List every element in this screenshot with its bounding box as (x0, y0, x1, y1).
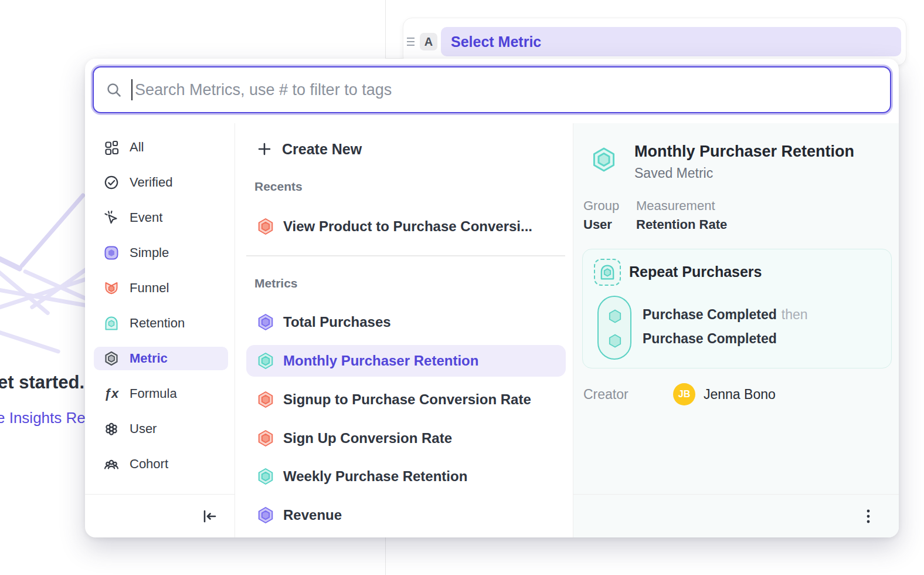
category-sidebar: All Verified (85, 123, 235, 537)
sidebar-item-label: User (130, 421, 157, 437)
simple-hexagon-icon (103, 245, 120, 261)
retention-steps-capsule (597, 296, 631, 360)
sidebar-item-label: Formula (130, 386, 177, 401)
funnel-metric-hexagon-icon (257, 429, 274, 447)
kebab-menu-icon (860, 508, 877, 525)
sidebar-item-label: Metric (130, 351, 168, 366)
simple-metric-hexagon-icon (257, 313, 274, 331)
search-input[interactable]: Search Metrics, use # to filter to tags (93, 66, 891, 113)
list-item-metric[interactable]: Sign Up Conversion Rate (246, 422, 566, 454)
metric-picker-modal: Search Metrics, use # to filter to tags (85, 59, 899, 537)
background-heading-fragment: et started. (0, 372, 84, 393)
metrics-section-label: Metrics (254, 276, 298, 290)
retention-arch-icon (103, 315, 120, 332)
cohort-people-icon (103, 456, 120, 472)
sidebar-footer (85, 494, 235, 537)
retention-metric-hexagon-icon (257, 352, 274, 370)
background-link-fragment[interactable]: e Insights Re (0, 409, 86, 427)
step-hexagon-icon (607, 333, 623, 349)
cursor-sparkle-icon (103, 209, 120, 226)
sidebar-item-formula[interactable]: ƒx Formula (94, 382, 228, 405)
step-event: Purchase Completed (643, 331, 777, 346)
sidebar-item-metric[interactable]: Metric (94, 347, 228, 370)
list-item-metric[interactable]: Weekly Purchase Retention (246, 461, 566, 492)
metric-definition-card: Repeat Purchasers Purchase Completedthen (582, 249, 892, 368)
list-item-metric[interactable]: Total Purchases (246, 306, 566, 338)
retention-metric-hexagon-icon (257, 468, 274, 485)
step-connector: then (782, 307, 808, 322)
metric-detail-panel: Monthly Purchaser Retention Saved Metric… (573, 123, 899, 537)
funnel-metric-hexagon-icon (257, 391, 274, 408)
select-metric-button[interactable]: Select Metric (441, 27, 901, 56)
collapse-sidebar-button[interactable] (201, 508, 219, 525)
retention-definition-icon (594, 259, 621, 286)
search-placeholder: Search Metrics, use # to filter to tags (135, 81, 392, 99)
group-value: User (583, 217, 612, 232)
plus-icon (257, 141, 272, 157)
list-item-label: Monthly Purchaser Retention (283, 353, 478, 369)
create-new-label: Create New (282, 141, 362, 158)
metric-list-column: Create New Recents View Product to Purch… (235, 123, 573, 537)
sidebar-item-event[interactable]: Event (94, 206, 228, 229)
formula-fx-icon: ƒx (103, 385, 120, 402)
select-metric-label: Select Metric (451, 33, 541, 50)
detail-footer (573, 494, 899, 537)
list-item-label: Total Purchases (283, 314, 391, 330)
list-item-label: Revenue (283, 507, 342, 523)
sidebar-item-all[interactable]: All (94, 136, 228, 159)
sidebar-item-label: Cohort (130, 456, 168, 472)
list-item-metric[interactable]: Revenue (246, 499, 566, 531)
metric-letter-badge: A (420, 33, 437, 50)
definition-title: Repeat Purchasers (629, 263, 762, 280)
sidebar-item-label: Verified (130, 175, 172, 190)
create-new-button[interactable]: Create New (246, 133, 362, 165)
recents-section-label: Recents (254, 180, 303, 194)
sidebar-item-label: Funnel (130, 280, 169, 296)
list-item-recent[interactable]: View Product to Purchase Conversi... (246, 211, 566, 242)
step-event: Purchase Completed (643, 307, 777, 322)
list-item-label: Weekly Purchase Retention (283, 468, 467, 485)
definition-step-1: Purchase Completedthen (643, 307, 808, 323)
list-item-label: Sign Up Conversion Rate (283, 430, 452, 447)
list-item-metric-selected[interactable]: Monthly Purchaser Retention (246, 345, 566, 377)
funnel-hexagon-icon (103, 280, 120, 296)
list-item-label: View Product to Purchase Conversi... (283, 218, 532, 235)
text-cursor (131, 79, 133, 100)
detail-subtitle: Saved Metric (634, 165, 713, 181)
collapse-icon (201, 508, 219, 525)
list-divider (246, 255, 565, 256)
grid-icon (103, 139, 120, 155)
search-focus-ring: Search Metrics, use # to filter to tags (91, 65, 893, 115)
metric-hexagon-icon (591, 147, 617, 172)
measurement-label: Measurement (636, 198, 715, 214)
screen: et started. e Insights Re A Select Metri… (0, 0, 924, 575)
list-item-label: Signup to Purchase Conversion Rate (283, 391, 531, 408)
sidebar-item-label: All (130, 140, 144, 155)
creator-label: Creator (583, 387, 629, 402)
step-hexagon-icon (607, 308, 623, 324)
sidebar-item-user[interactable]: User (94, 417, 228, 441)
sidebar-item-simple[interactable]: Simple (94, 241, 228, 265)
sidebar-item-label: Simple (130, 245, 169, 261)
simple-metric-hexagon-icon (257, 506, 274, 524)
sidebar-item-cohort[interactable]: Cohort (94, 452, 228, 476)
measurement-value: Retention Rate (636, 217, 727, 232)
sidebar-item-retention[interactable]: Retention (94, 312, 228, 335)
metric-hexagon-icon (103, 350, 120, 367)
user-cluster-icon (103, 421, 120, 437)
search-icon (106, 82, 122, 98)
sidebar-item-funnel[interactable]: Funnel (94, 276, 228, 300)
avatar: JB (673, 383, 695, 405)
definition-step-2: Purchase Completed (643, 331, 777, 347)
drag-handle-icon[interactable] (407, 38, 416, 46)
verified-badge-icon (103, 174, 120, 191)
sidebar-item-label: Retention (130, 316, 185, 331)
creator-name: Jenna Bono (704, 387, 776, 402)
more-options-button[interactable] (860, 508, 877, 525)
sidebar-item-verified[interactable]: Verified (94, 171, 228, 194)
funnel-metric-hexagon-icon (257, 218, 274, 235)
sidebar-item-label: Event (130, 210, 162, 225)
group-label: Group (583, 198, 619, 214)
detail-title: Monthly Purchaser Retention (634, 143, 854, 161)
list-item-metric[interactable]: Signup to Purchase Conversion Rate (246, 384, 566, 415)
